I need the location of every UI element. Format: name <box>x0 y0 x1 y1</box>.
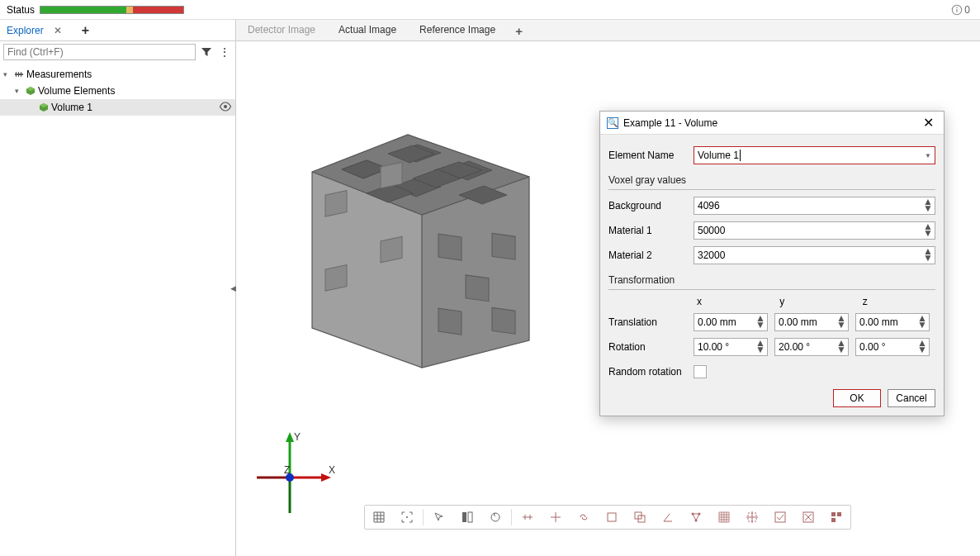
background-label: Background <box>608 200 687 211</box>
volume-properties-dialog: 🔍 Example 11 - Volume ✕ Element Name Vol… <box>599 111 944 416</box>
ok-button[interactable]: OK <box>833 389 881 407</box>
svg-rect-16 <box>381 236 402 263</box>
svg-rect-5 <box>18 72 19 77</box>
svg-text:X: X <box>329 464 335 476</box>
tool-angle-icon[interactable] <box>654 506 682 529</box>
rotation-z-input[interactable]: 0.00 °▲▼ <box>855 338 930 356</box>
tool-select-icon[interactable] <box>425 506 453 529</box>
tool-split-v-icon[interactable] <box>453 506 481 529</box>
background-input[interactable]: 4096▲▼ <box>694 197 935 215</box>
tab-actual-image[interactable]: Actual Image <box>327 20 408 40</box>
tool-link-icon[interactable] <box>570 506 598 529</box>
info-count[interactable]: 0 <box>951 4 973 16</box>
svg-rect-31 <box>608 513 616 521</box>
cancel-button[interactable]: Cancel <box>888 389 935 407</box>
svg-rect-4 <box>16 72 17 77</box>
tree-root-label: Measurements <box>26 69 92 80</box>
sidebar-collapse-handle[interactable]: ◀ <box>230 272 236 305</box>
svg-rect-15 <box>325 265 347 292</box>
tool-nodes-icon[interactable] <box>682 506 710 529</box>
element-name-label: Element Name <box>608 150 687 161</box>
svg-text:Y: Y <box>294 432 301 443</box>
translation-z-input[interactable]: 0.00 mm▲▼ <box>855 313 930 331</box>
tool-layout-icon[interactable] <box>822 506 850 529</box>
svg-point-7 <box>224 105 227 108</box>
tree-group-volume-elements[interactable]: ▾ Volume Elements <box>0 83 235 99</box>
volume-elements-icon <box>25 85 36 97</box>
tool-rect-icon[interactable] <box>598 506 626 529</box>
svg-rect-29 <box>468 512 472 522</box>
svg-rect-40 <box>831 512 836 516</box>
svg-rect-11 <box>438 308 462 335</box>
svg-rect-28 <box>462 512 466 522</box>
material2-label: Material 2 <box>608 249 687 261</box>
status-label: Status <box>7 4 35 16</box>
dialog-close-icon[interactable]: ✕ <box>920 115 937 131</box>
col-z-label: z <box>859 296 935 307</box>
translation-x-input[interactable]: 0.00 mm▲▼ <box>694 313 768 331</box>
3d-viewport[interactable]: Y X Z <box>236 41 980 556</box>
translation-y-input[interactable]: 0.00 mm▲▼ <box>774 313 849 331</box>
tree: ▾ Measurements ▾ Volume Elements Volume … <box>0 63 235 556</box>
tree-root-measurements[interactable]: ▾ Measurements <box>0 66 235 83</box>
tool-fit-icon[interactable] <box>393 506 421 529</box>
svg-point-30 <box>491 513 499 521</box>
visibility-icon[interactable] <box>219 102 232 114</box>
rotation-y-input[interactable]: 20.00 °▲▼ <box>774 338 849 356</box>
element-name-field[interactable]: Volume 1 ▼ <box>694 146 935 164</box>
tool-grid-icon[interactable] <box>365 506 393 529</box>
svg-marker-18 <box>286 432 294 442</box>
tool-rect-offset-icon[interactable] <box>626 506 654 529</box>
tab-reference-image[interactable]: Reference Image <box>408 20 507 40</box>
svg-rect-13 <box>325 191 347 217</box>
svg-rect-10 <box>466 275 489 302</box>
col-x-label: x <box>694 296 769 307</box>
tool-crosshair-icon[interactable] <box>738 506 766 529</box>
svg-rect-1 <box>957 9 958 12</box>
dropdown-icon[interactable]: ▼ <box>925 152 931 159</box>
material1-label: Material 1 <box>608 225 687 236</box>
tool-clear-icon[interactable] <box>794 506 822 529</box>
find-input[interactable] <box>3 44 196 60</box>
axes-gizmo[interactable]: Y X Z <box>253 432 335 515</box>
filter-icon[interactable] <box>199 45 214 59</box>
rotation-label: Rotation <box>608 341 687 353</box>
volume-cube-render <box>302 124 550 372</box>
svg-rect-14 <box>381 162 402 188</box>
volume-icon <box>38 102 50 113</box>
tool-align-h-icon[interactable] <box>514 506 542 529</box>
svg-rect-8 <box>438 234 462 260</box>
svg-rect-9 <box>492 233 515 259</box>
tree-item-volume-1[interactable]: Volume 1 <box>0 99 235 116</box>
add-tab-icon[interactable]: + <box>77 23 94 38</box>
voxel-section-title: Voxel gray values <box>608 168 935 190</box>
svg-rect-12 <box>492 307 515 334</box>
info-count-value: 0 <box>964 4 970 16</box>
material1-input[interactable]: 50000▲▼ <box>694 221 935 240</box>
tab-detector-image[interactable]: Detector Image <box>236 20 327 40</box>
random-rotation-checkbox[interactable] <box>694 365 707 378</box>
svg-rect-6 <box>21 72 21 77</box>
svg-rect-42 <box>831 518 836 522</box>
close-tab-icon[interactable]: ✕ <box>50 25 65 36</box>
tool-align-v-icon[interactable] <box>542 506 570 529</box>
svg-rect-41 <box>837 512 841 516</box>
random-rotation-label: Random rotation <box>608 366 687 378</box>
material2-input[interactable]: 32000▲▼ <box>694 246 935 264</box>
tree-group-label: Volume Elements <box>38 85 115 97</box>
tool-check-icon[interactable] <box>766 506 794 529</box>
svg-text:Z: Z <box>284 464 290 476</box>
dialog-search-icon: 🔍 <box>607 117 618 129</box>
viewport-toolbar <box>364 505 851 530</box>
tree-item-label: Volume 1 <box>51 102 92 113</box>
tool-grid2-icon[interactable] <box>710 506 738 529</box>
kebab-menu-icon[interactable]: ⋮ <box>217 45 232 59</box>
add-view-tab-icon[interactable]: + <box>507 20 531 40</box>
explorer-tab[interactable]: Explorer <box>3 23 47 38</box>
svg-point-2 <box>957 7 959 8</box>
tool-reset-icon[interactable] <box>481 506 509 529</box>
translation-label: Translation <box>608 316 687 328</box>
svg-rect-38 <box>775 512 785 522</box>
transformation-section-title: Transformation <box>608 268 935 290</box>
rotation-x-input[interactable]: 10.00 °▲▼ <box>694 338 768 356</box>
